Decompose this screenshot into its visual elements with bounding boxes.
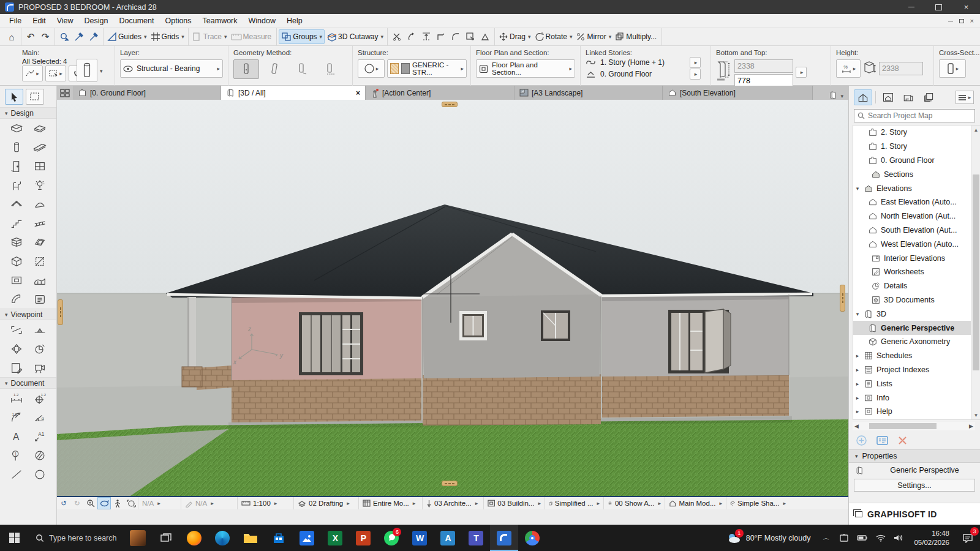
- tree-item-story-1[interactable]: 1. Story: [853, 140, 980, 154]
- grids-button[interactable]: Grids: [149, 29, 186, 44]
- close-tab-icon[interactable]: ×: [356, 89, 360, 97]
- scroll-left-icon[interactable]: ◀: [853, 423, 861, 429]
- tab-a3-landscape[interactable]: [A3 Landscape]: [514, 86, 663, 100]
- scale-selector[interactable]: 1:100: [237, 497, 293, 509]
- file-explorer-icon[interactable]: [236, 525, 265, 551]
- tree-item-worksheets[interactable]: Worksheets: [853, 265, 980, 279]
- peek-handle-right[interactable]: [840, 285, 845, 312]
- tree-item-elevations[interactable]: ▾Elevations: [853, 181, 980, 195]
- tree-item-generic-perspective[interactable]: Generic Perspective: [853, 321, 980, 335]
- linked-story-home-flyout[interactable]: [690, 69, 701, 80]
- task-view-button[interactable]: [152, 525, 180, 551]
- tree-item-3d-documents[interactable]: 3D Documents: [853, 293, 980, 307]
- menu-help[interactable]: Help: [281, 17, 308, 25]
- powerpoint-icon[interactable]: P: [349, 525, 377, 551]
- height-mode-button[interactable]: %: [836, 59, 861, 78]
- circle-tool[interactable]: [28, 465, 51, 484]
- shell-freeform-tool[interactable]: [5, 290, 28, 309]
- geometry-method-simple-button[interactable]: [233, 59, 259, 79]
- beam-tool[interactable]: [28, 138, 51, 157]
- tree-item-info[interactable]: ▸Info: [853, 391, 980, 405]
- linked-story-upper-flyout[interactable]: [690, 57, 701, 68]
- photos-icon[interactable]: [293, 525, 321, 551]
- stories-to-show-selector[interactable]: 00 Show A...: [603, 497, 665, 509]
- microsoft-store-icon[interactable]: [265, 525, 293, 551]
- redo-button[interactable]: ↷: [38, 29, 53, 44]
- bottomtop-flyout[interactable]: [796, 67, 807, 78]
- news-interest-tile[interactable]: [124, 525, 152, 551]
- expand-arrow-icon[interactable]: ▸: [854, 408, 861, 414]
- expand-arrow-icon[interactable]: ▸: [854, 353, 861, 359]
- object-tool[interactable]: [5, 176, 28, 195]
- trace-button[interactable]: Trace: [190, 29, 229, 44]
- marquee-options-button[interactable]: [45, 66, 66, 81]
- collapse-arrow-icon[interactable]: ▾: [854, 311, 861, 317]
- top-offset-field[interactable]: [734, 59, 793, 73]
- arrow-tool[interactable]: [5, 89, 23, 105]
- linked-story-home[interactable]: 0. Ground Floor: [600, 70, 652, 78]
- settings-button[interactable]: Settings...: [854, 479, 975, 492]
- weather-widget[interactable]: 1 80°F Mostly cloudy: [719, 525, 818, 551]
- roof-tool[interactable]: [5, 195, 28, 214]
- zoom-in-button[interactable]: [84, 497, 97, 509]
- tree-item-generic-axonometry[interactable]: Generic Axonometry: [853, 335, 980, 349]
- tree-item-project-indexes[interactable]: ▸Project Indexes: [853, 363, 980, 377]
- graphisoft-id-bar[interactable]: GRAPHISOFT ID: [849, 503, 980, 525]
- minimize-button[interactable]: [897, 0, 925, 14]
- menu-edit[interactable]: Edit: [27, 17, 51, 25]
- collapse-arrow-icon[interactable]: ▾: [854, 186, 861, 192]
- geometry-method-wall-button[interactable]: [318, 59, 344, 79]
- model-view-options-selector[interactable]: 03 Buildin...: [483, 497, 545, 509]
- groups-button[interactable]: Groups: [279, 29, 325, 44]
- current-tool-column-icon[interactable]: [77, 59, 97, 82]
- hscroll-thumb[interactable]: [869, 423, 937, 429]
- text-tool[interactable]: A: [5, 427, 28, 446]
- tree-item-interior-elevations[interactable]: Interior Elevations: [853, 251, 980, 265]
- inject-parameters-button[interactable]: [86, 29, 101, 44]
- explore-walk-button[interactable]: [111, 497, 124, 509]
- tool-dropdown-icon[interactable]: [99, 66, 103, 75]
- 3d-style-selector[interactable]: Main Mod...: [665, 497, 726, 509]
- tablet-icon[interactable]: [839, 534, 849, 542]
- view-back-button[interactable]: ↺: [57, 497, 70, 509]
- tree-item-details[interactable]: Details: [853, 279, 980, 293]
- guides-button[interactable]: Guides: [105, 29, 149, 44]
- stair-tool[interactable]: [5, 214, 28, 233]
- resize-button[interactable]: [463, 29, 478, 44]
- add-viewpoint-button[interactable]: [856, 435, 867, 446]
- column-tool[interactable]: [5, 138, 28, 157]
- wall-tool[interactable]: [5, 119, 28, 138]
- multiply-button[interactable]: Multiply...: [613, 29, 660, 44]
- battery-icon[interactable]: [857, 534, 868, 541]
- excel-icon[interactable]: X: [321, 525, 349, 551]
- clock-widget[interactable]: 16:48 05/02/2026: [908, 529, 956, 547]
- interior-elevation-tool[interactable]: [5, 339, 28, 358]
- scroll-right-icon[interactable]: ▶: [967, 423, 975, 429]
- scroll-down-icon[interactable]: ▼: [971, 411, 980, 419]
- elevate-button[interactable]: [419, 29, 434, 44]
- anydesk-icon[interactable]: A: [434, 525, 462, 551]
- expand-arrow-icon[interactable]: ▸: [854, 381, 861, 387]
- tab-action-center[interactable]: [Action Center]: [366, 86, 514, 100]
- expand-arrow-icon[interactable]: ▸: [854, 395, 861, 401]
- measure-button[interactable]: Measure: [229, 29, 275, 44]
- firefox-icon[interactable]: [180, 525, 208, 551]
- tree-item-lists[interactable]: ▸Lists: [853, 377, 980, 391]
- delete-viewpoint-button[interactable]: [898, 436, 907, 445]
- navigator-search[interactable]: [854, 109, 975, 122]
- label-tool[interactable]: A1: [28, 427, 51, 446]
- menu-document[interactable]: Document: [114, 17, 160, 25]
- skylight-tool[interactable]: [28, 233, 51, 252]
- scroll-thumb[interactable]: [973, 174, 979, 370]
- pen-set-selector[interactable]: 03 Archite...: [422, 497, 483, 509]
- peek-handle-top[interactable]: [442, 102, 458, 107]
- building-material-selector[interactable]: GENERIC - STR...: [387, 59, 467, 78]
- edge-icon[interactable]: [208, 525, 236, 551]
- 3d-viewport[interactable]: z y x: [57, 100, 848, 496]
- tree-hscrollbar[interactable]: ◀▶: [853, 422, 975, 430]
- menu-options[interactable]: Options: [159, 17, 197, 25]
- archicad-icon[interactable]: [490, 525, 518, 551]
- worksheet-tool[interactable]: [5, 358, 28, 377]
- mirror-button[interactable]: Mirror: [574, 29, 613, 44]
- zone-tool[interactable]: [28, 252, 51, 271]
